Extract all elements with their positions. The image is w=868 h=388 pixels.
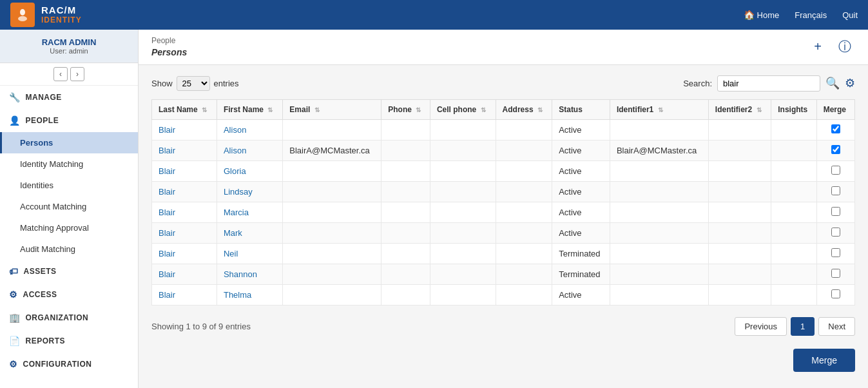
sidebar-item-identity-matching[interactable]: Identity Matching xyxy=(0,153,138,175)
cell-identifier2 xyxy=(708,140,771,160)
cell-last-name[interactable]: Blair xyxy=(152,264,217,284)
scroll-down-btn[interactable]: › xyxy=(70,67,84,81)
merge-checkbox[interactable] xyxy=(831,248,840,257)
cell-last-name[interactable]: Blair xyxy=(152,243,217,264)
sidebar-item-audit-matching[interactable]: Audit Matching xyxy=(0,238,138,260)
cell-first-name[interactable]: Alison xyxy=(217,119,282,140)
previous-button[interactable]: Previous xyxy=(735,317,787,336)
merge-checkbox[interactable] xyxy=(831,207,840,216)
sidebar-item-organization[interactable]: 🏢 ORGANIZATION xyxy=(0,306,138,329)
sidebar-item-people[interactable]: 👤 PEOPLE xyxy=(0,109,138,132)
cell-last-name[interactable]: Blair xyxy=(152,222,217,243)
col-first-name[interactable]: First Name ⇅ xyxy=(217,99,282,119)
cell-first-name[interactable]: Neil xyxy=(217,243,282,264)
col-phone[interactable]: Phone ⇅ xyxy=(381,99,430,119)
sidebar-item-identities[interactable]: Identities xyxy=(0,175,138,196)
sidebar-item-matching-approval[interactable]: Matching Approval xyxy=(0,217,138,238)
cell-first-name[interactable]: Mark xyxy=(217,222,282,243)
cell-merge[interactable] xyxy=(816,202,854,222)
table-row: BlairNeilTerminated xyxy=(152,243,855,264)
admin-user: User: admin xyxy=(5,47,133,55)
column-settings-button[interactable]: ⚙ xyxy=(845,76,855,90)
next-button[interactable]: Next xyxy=(818,317,855,336)
manage-icon: 🔧 xyxy=(9,92,21,102)
entries-select[interactable]: 25 10 50 100 xyxy=(177,76,210,91)
sidebar-item-account-matching[interactable]: Account Matching xyxy=(0,196,138,217)
col-identifier1[interactable]: Identifier1 ⇅ xyxy=(610,99,708,119)
cell-first-name[interactable]: Gloria xyxy=(217,160,282,181)
cell-identifier2 xyxy=(708,264,771,284)
merge-checkbox[interactable] xyxy=(831,186,840,195)
search-input[interactable] xyxy=(717,75,820,92)
cell-merge[interactable] xyxy=(816,119,854,140)
cell-first-name[interactable]: Shannon xyxy=(217,264,282,284)
col-merge: Merge xyxy=(816,99,854,119)
cell-merge[interactable] xyxy=(816,222,854,243)
cell-last-name[interactable]: Blair xyxy=(152,181,217,202)
cell-address xyxy=(496,202,552,222)
sidebar-item-reports[interactable]: 📄 REPORTS xyxy=(0,329,138,353)
search-area: Search: 🔍 ⚙ xyxy=(683,75,855,92)
cell-identifier1 xyxy=(610,284,708,305)
francais-link[interactable]: Français xyxy=(795,10,827,20)
merge-checkbox[interactable] xyxy=(831,228,840,237)
cell-merge[interactable] xyxy=(816,264,854,284)
cell-status: Terminated xyxy=(552,264,610,284)
col-cell-phone[interactable]: Cell phone ⇅ xyxy=(430,99,496,119)
sidebar-item-persons[interactable]: Persons xyxy=(0,132,138,153)
cell-last-name[interactable]: Blair xyxy=(152,202,217,222)
page-1-button[interactable]: 1 xyxy=(791,317,815,336)
cell-last-name[interactable]: Blair xyxy=(152,140,217,160)
cell-merge[interactable] xyxy=(816,243,854,264)
col-address[interactable]: Address ⇅ xyxy=(496,99,552,119)
col-last-name[interactable]: Last Name ⇅ xyxy=(152,99,217,119)
cell-last-name[interactable]: Blair xyxy=(152,160,217,181)
cell-email xyxy=(283,119,381,140)
add-button[interactable]: + xyxy=(807,37,828,57)
cell-merge[interactable] xyxy=(816,140,854,160)
cell-identifier1 xyxy=(610,160,708,181)
merge-checkbox[interactable] xyxy=(831,124,840,133)
table-container: Show 25 10 50 100 entries Search: 🔍 ⚙ xyxy=(139,65,868,382)
help-button[interactable]: ⓘ xyxy=(834,37,855,57)
search-button[interactable]: 🔍 xyxy=(825,76,840,90)
sidebar-section-manage: 🔧 MANAGE xyxy=(0,86,138,109)
sidebar-item-configuration[interactable]: ⚙ CONFIGURATION xyxy=(0,353,138,376)
cell-identifier2 xyxy=(708,202,771,222)
cell-status: Active xyxy=(552,140,610,160)
sidebar-item-access[interactable]: ⚙ ACCESS xyxy=(0,283,138,306)
cell-last-name[interactable]: Blair xyxy=(152,119,217,140)
brand-sub: IDENTITY xyxy=(41,16,82,24)
merge-checkbox[interactable] xyxy=(831,166,840,175)
merge-button[interactable]: Merge xyxy=(793,349,855,372)
col-email[interactable]: Email ⇅ xyxy=(283,99,381,119)
cell-merge[interactable] xyxy=(816,160,854,181)
cell-merge[interactable] xyxy=(816,181,854,202)
quit-link[interactable]: Quit xyxy=(842,10,858,20)
sidebar-section-configuration: ⚙ CONFIGURATION xyxy=(0,353,138,376)
merge-checkbox[interactable] xyxy=(831,269,840,278)
cell-first-name[interactable]: Thelma xyxy=(217,284,282,305)
cell-first-name[interactable]: Lindsay xyxy=(217,181,282,202)
col-identifier2[interactable]: Identifier2 ⇅ xyxy=(708,99,771,119)
cell-first-name[interactable]: Alison xyxy=(217,140,282,160)
merge-checkbox[interactable] xyxy=(831,145,840,154)
cell-first-name[interactable]: Marcia xyxy=(217,202,282,222)
sidebar-item-manage[interactable]: 🔧 MANAGE xyxy=(0,86,138,109)
cell-last-name[interactable]: Blair xyxy=(152,284,217,305)
search-label: Search: xyxy=(683,79,712,88)
table-footer: Showing 1 to 9 of 9 entries Previous 1 N… xyxy=(151,311,855,342)
cell-address xyxy=(496,243,552,264)
sidebar: RACM ADMIN User: admin ‹ › 🔧 MANAGE 👤 PE… xyxy=(0,30,139,388)
persons-table: Last Name ⇅ First Name ⇅ Email ⇅ Phone ⇅… xyxy=(151,99,855,306)
sort-icon: ⇅ xyxy=(267,106,273,113)
home-link[interactable]: 🏠 Home xyxy=(744,10,780,20)
organization-icon: 🏢 xyxy=(9,313,21,323)
sort-icon: ⇅ xyxy=(658,106,663,113)
cell-merge[interactable] xyxy=(816,284,854,305)
scroll-up-btn[interactable]: ‹ xyxy=(53,67,68,81)
cell-email xyxy=(283,284,381,305)
cell-cell-phone xyxy=(430,222,496,243)
sidebar-item-assets[interactable]: 🏷 ASSETS xyxy=(0,260,138,283)
merge-checkbox[interactable] xyxy=(831,289,840,298)
